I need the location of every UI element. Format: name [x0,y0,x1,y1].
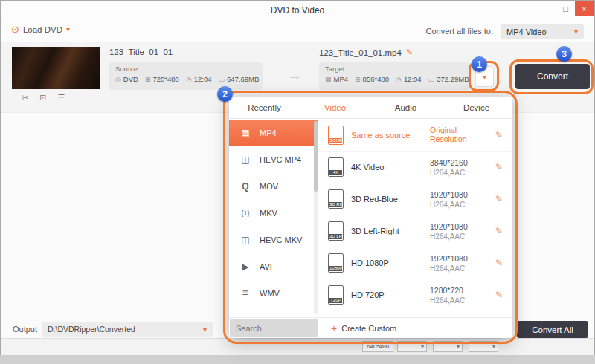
preset-resolution: Original Resolution [430,126,488,143]
preset-list: SOURCE Same as source Original Resolutio… [319,120,512,317]
output-path-value: D:\DVDRipper\Converted [48,325,135,334]
title-bar: DVD to Video — □ × [1,1,594,20]
target-info-box: Target ▦ MP4 ⊞ 856*480 ◷ 12:04 [319,62,471,90]
format-item-avi[interactable]: ▶ AVI [229,253,318,280]
background-dropdown: ▾ [469,341,498,352]
crop-icon[interactable]: ⊡ [39,93,46,103]
clock-icon: ◷ [186,76,192,83]
edit-preset-icon[interactable]: ✎ [495,162,503,172]
preset-row-4k-video[interactable]: 4K 4K Video 3840*2160 H264,AAC ✎ [319,152,512,183]
format-list-scrollbar[interactable] [314,121,318,314]
target-filename: 123_Title_01_01.mp4 [319,48,402,57]
effects-icon[interactable]: ☰ [57,93,65,103]
maximize-button[interactable]: □ [556,1,575,16]
tab-video[interactable]: Video [300,97,370,118]
global-format-value: MP4 Video [506,27,547,36]
edit-preset-icon[interactable]: ✎ [495,226,503,236]
video-icon: ▦ [325,76,332,83]
format-item-mkv[interactable]: {1} MKV [229,200,318,227]
caret-down-icon: ▾ [483,73,486,81]
window-controls: — □ × [538,1,594,16]
target-label: Target [325,65,465,73]
output-label: Output [13,325,37,334]
file-icon: ▭ [428,76,435,83]
global-format-dropdown[interactable]: MP4 Video ▾ [501,24,584,39]
background-strip: 640*480 ▾ ▾ ▾ [1,338,594,355]
caret-down-icon: ▾ [492,343,495,350]
source-info-box: Source ◎ DVD ⊞ 720*480 ◷ 12:04 [109,62,263,90]
format-item-label: HEVC MKV [260,235,302,244]
tab-audio[interactable]: Audio [370,97,441,118]
format-list: ▦ MP4 ◫ HEVC MP4 Q MOV {1} MKV ◫ HEVC MK… [229,120,318,317]
step-badge-3: 3 [556,46,572,62]
tab-recently[interactable]: Recently [229,97,300,118]
close-button[interactable]: × [575,1,594,16]
preset-resolution: 3840*2160 [430,158,488,167]
format-item-hevc-mkv[interactable]: ◫ HEVC MKV [229,227,318,253]
background-dropdown: ▾ [397,341,427,352]
caret-down-icon: ▾ [421,343,424,350]
target-format: ▦ MP4 [325,75,348,83]
clock-icon: ◷ [396,76,402,83]
target-size: ▭ 372.29MB [428,75,469,83]
format-item-label: AVI [260,262,272,271]
scrollbar-thumb[interactable] [314,121,318,192]
edit-tools: ✂ ⊡ ☰ [22,93,65,103]
preset-resolution: 1920*1080 [430,222,488,231]
window-title: DVD to Video [1,1,594,20]
search-input[interactable] [230,319,318,337]
create-custom-button[interactable]: + Create Custom [331,322,396,334]
source-preset-icon: SOURCE [328,126,344,145]
preset-codec: H264,AAC [430,233,488,241]
edit-preset-icon[interactable]: ✎ [495,258,503,268]
mkv-format-icon: {1} [238,209,253,217]
avi-format-icon: ▶ [238,261,253,272]
preset-codec: H264,AAC [430,169,488,177]
preset-row-3d-left-right[interactable]: 3D LR 3D Left-Right 1920*1080 H264,AAC ✎ [319,215,512,247]
edit-preset-icon[interactable]: ✎ [495,290,503,300]
output-path-dropdown[interactable]: D:\DVDRipper\Converted ▾ [42,322,213,337]
convert-button[interactable]: Convert [515,64,590,89]
source-format: ◎ DVD [115,75,138,83]
disc-icon: ◎ [115,76,121,83]
format-item-wmv[interactable]: ≣ WMV [229,280,318,307]
video-thumbnail [12,47,100,89]
4k-preset-icon: 4K [328,157,344,177]
popup-tabs: Recently Video Audio Device [229,97,512,119]
format-item-mov[interactable]: Q MOV [229,173,318,200]
format-item-label: MKV [260,209,277,218]
convert-all-button[interactable]: Convert All [517,321,588,338]
preset-resolution: 1280*720 [430,286,488,295]
minimize-button[interactable]: — [538,1,556,16]
hevc-mp4-format-icon: ◫ [238,155,253,165]
preset-row-hd-1080p[interactable]: 1080P HD 1080P 1920*1080 H264,AAC ✎ [319,247,512,279]
chevron-down-icon: ▾ [203,325,207,334]
trim-icon[interactable]: ✂ [22,93,28,103]
chevron-down-icon: ▾ [574,27,578,36]
chevron-down-icon: ▾ [66,25,70,33]
edit-preset-icon[interactable]: ✎ [495,130,503,140]
mp4-format-icon: ▦ [238,128,253,138]
mov-format-icon: Q [238,181,253,192]
source-info-row: ◎ DVD ⊞ 720*480 ◷ 12:04 ▭ 647.69MB [115,75,257,83]
load-dvd-button[interactable]: ⊙ Load DVD ▾ [11,24,70,35]
preset-row-3d-red-blue[interactable]: 3D RB 3D Red-Blue 1920*1080 H264,AAC ✎ [319,183,512,215]
format-item-hevc-mp4[interactable]: ◫ HEVC MP4 [229,146,318,173]
3d-lr-preset-icon: 3D LR [328,221,344,241]
resolution-icon: ⊞ [145,76,151,83]
convert-all-files-label: Convert all files to: [426,27,493,36]
format-item-mp4[interactable]: ▦ MP4 [229,120,318,146]
target-resolution: ⊞ 856*480 [355,75,389,83]
preset-row-hd-720p[interactable]: 720P HD 720P 1280*720 H264,AAC ✎ [319,279,512,311]
tab-device[interactable]: Device [441,97,512,118]
preset-resolution: 1920*1080 [430,254,488,263]
hevc-mkv-format-icon: ◫ [238,235,253,245]
edit-preset-icon[interactable]: ✎ [495,194,503,204]
target-duration: ◷ 12:04 [396,75,422,83]
format-item-m4v[interactable]: ▦ M4V [229,307,318,317]
format-item-label: HEVC MP4 [260,155,301,164]
screen: DVD to Video — □ × ⊙ Load DVD ▾ Convert … [0,0,595,364]
edit-filename-icon[interactable]: ✎ [406,48,413,57]
format-item-label: MP4 [260,129,277,137]
preset-row-same-as-source[interactable]: SOURCE Same as source Original Resolutio… [319,120,512,152]
